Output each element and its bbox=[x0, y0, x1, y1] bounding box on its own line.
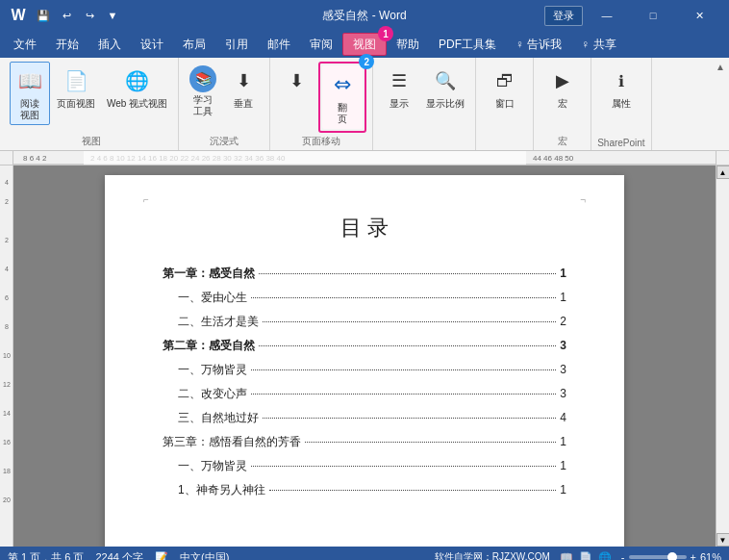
svg-text:6: 6 bbox=[5, 294, 9, 301]
ribbon-btn-vertical[interactable]: ⬇ 垂直 bbox=[223, 62, 264, 114]
page-view-icon: 📄 bbox=[61, 65, 91, 96]
menu-references[interactable]: 引用 bbox=[215, 33, 258, 56]
status-right: 软件自学网：RJZXW.COM 📖 📄 🌐 - + 61% bbox=[435, 548, 721, 560]
language: 中文(中国) bbox=[180, 550, 229, 561]
zoom-slider[interactable] bbox=[629, 555, 687, 559]
menu-tell[interactable]: ♀ 告诉我 bbox=[506, 33, 571, 56]
toc-text-8: 一、万物皆灵 bbox=[178, 458, 247, 474]
collapse-icon[interactable]: ▲ bbox=[716, 62, 725, 72]
menu-pdf[interactable]: PDF工具集 bbox=[429, 33, 506, 56]
toc-item-5: 二、改变心声 3 bbox=[178, 386, 566, 402]
toc-item-2: 二、生活才是美 2 bbox=[178, 314, 566, 330]
view-btn-layout[interactable]: 📄 bbox=[577, 548, 594, 560]
scrollbar-vertical: ▲ ▼ bbox=[716, 165, 729, 547]
view-btn-read[interactable]: 📖 bbox=[558, 548, 575, 560]
ribbon-macro-buttons: ▶ 宏 bbox=[542, 62, 583, 133]
ribbon-group-macro: ▶ 宏 宏 bbox=[534, 58, 591, 150]
ribbon-btn-macro[interactable]: ▶ 宏 bbox=[542, 62, 583, 114]
display-icon: ☰ bbox=[384, 65, 415, 96]
ribbon-btn-display[interactable]: ☰ 显示 bbox=[379, 62, 419, 114]
toc-item-4: 一、万物皆灵 3 bbox=[178, 362, 566, 378]
ribbon-sharepoint-buttons: ℹ 属性 bbox=[601, 62, 641, 136]
toc-dots-4 bbox=[251, 369, 556, 370]
ribbon-btn-properties[interactable]: ℹ 属性 bbox=[601, 62, 641, 114]
toc-dots-6 bbox=[263, 418, 556, 419]
status-left: 第 1 页，共 6 页 2244 个字 📝 中文(中国) bbox=[8, 550, 229, 561]
ribbon-group-view: 📖 阅读视图 📄 页面视图 🌐 Web 视式视图 视图 bbox=[4, 58, 179, 150]
corner-tr: ¬ bbox=[580, 194, 586, 205]
page-title: 目 录 bbox=[163, 214, 566, 242]
scroll-down-button[interactable]: ▼ bbox=[716, 533, 730, 547]
svg-text:8: 8 bbox=[5, 323, 9, 330]
more-btn[interactable]: ▼ bbox=[102, 5, 123, 26]
ribbon-window-buttons: 🗗 窗口 bbox=[485, 62, 525, 146]
ribbon-collapse[interactable]: ▲ bbox=[716, 58, 725, 150]
save-btn[interactable]: 💾 bbox=[33, 5, 54, 26]
menu-layout[interactable]: 布局 bbox=[173, 33, 215, 56]
zoom-minus[interactable]: - bbox=[621, 551, 625, 560]
ribbon-group-view-label: 视图 bbox=[82, 133, 101, 148]
minimize-button[interactable]: — bbox=[585, 0, 629, 31]
web-view-label: Web 视式视图 bbox=[107, 98, 167, 110]
ribbon-group-immersive: 📚 学习工具 ⬇ 垂直 沉浸式 bbox=[179, 58, 270, 150]
maximize-button[interactable]: □ bbox=[631, 0, 675, 31]
toc-dots-0 bbox=[259, 273, 556, 274]
ribbon-btn-zoom[interactable]: 🔍 显示比例 bbox=[421, 62, 469, 114]
ribbon-group-macro-label: 宏 bbox=[558, 133, 567, 148]
properties-label: 属性 bbox=[612, 98, 631, 110]
word-icon: W bbox=[8, 5, 29, 26]
view-buttons: 📖 📄 🌐 bbox=[558, 548, 614, 560]
zoom-thumb[interactable] bbox=[667, 552, 677, 560]
menu-design[interactable]: 设计 bbox=[131, 33, 173, 56]
ribbon-btn-flip[interactable]: ⇔ 翻页 bbox=[322, 65, 363, 129]
toc-item-3: 第二章：感受自然 3 bbox=[163, 338, 566, 354]
ribbon-btn-scroll[interactable]: ⬇ bbox=[276, 62, 316, 102]
zoom-control: - + 61% bbox=[621, 551, 721, 560]
website-info: 软件自学网：RJZXW.COM bbox=[435, 550, 550, 560]
redo-btn[interactable]: ↪ bbox=[79, 5, 100, 26]
view-btn-web[interactable]: 🌐 bbox=[596, 548, 614, 560]
toc-item-1: 一、爱由心生 1 bbox=[178, 290, 566, 306]
svg-text:4: 4 bbox=[5, 266, 9, 272]
svg-text:14: 14 bbox=[3, 410, 11, 417]
window-controls: 登录 — □ ✕ bbox=[544, 0, 721, 31]
toc-dots-9 bbox=[269, 490, 557, 491]
zoom-percent: 61% bbox=[700, 551, 721, 560]
ruler-corner bbox=[0, 151, 13, 165]
document-area: ⌐ ¬ 目 录 第一章：感受自然 1 一、爱由心生 1 二、生活才是美 bbox=[13, 165, 716, 547]
menu-home[interactable]: 开始 bbox=[46, 33, 88, 56]
ribbon-btn-reading-view[interactable]: 📖 阅读视图 bbox=[10, 62, 50, 125]
toc-num-1: 1 bbox=[560, 291, 566, 304]
menu-view[interactable]: 视图 1 bbox=[342, 33, 387, 56]
ribbon-btn-page-view[interactable]: 📄 页面视图 bbox=[52, 62, 100, 114]
ribbon-view-buttons: 📖 阅读视图 📄 页面视图 🌐 Web 视式视图 bbox=[10, 62, 172, 133]
ribbon-btn-web-view[interactable]: 🌐 Web 视式视图 bbox=[102, 62, 172, 114]
menu-review[interactable]: 审阅 bbox=[300, 33, 342, 56]
close-button[interactable]: ✕ bbox=[677, 0, 721, 31]
ribbon-btn-window[interactable]: 🗗 窗口 bbox=[485, 62, 525, 114]
ribbon-btn-learning[interactable]: 📚 学习工具 bbox=[185, 62, 221, 121]
scroll-up-button[interactable]: ▲ bbox=[716, 165, 730, 179]
toc-item-6: 三、自然地过好 4 bbox=[178, 410, 566, 426]
toc-text-2: 二、生活才是美 bbox=[178, 314, 259, 330]
menu-mail[interactable]: 邮件 bbox=[258, 33, 300, 56]
scroll-icon: ⬇ bbox=[281, 65, 312, 96]
menu-file[interactable]: 文件 bbox=[4, 33, 46, 56]
login-button[interactable]: 登录 bbox=[544, 6, 583, 26]
toc-num-5: 3 bbox=[560, 387, 566, 400]
menu-share[interactable]: ♀ 共享 bbox=[571, 33, 625, 56]
toc-item-8: 一、万物皆灵 1 bbox=[178, 458, 566, 474]
zoom-label: 显示比例 bbox=[426, 98, 465, 110]
toc-dots-1 bbox=[251, 297, 556, 298]
reading-view-icon: 📖 bbox=[14, 65, 45, 96]
toc-num-9: 1 bbox=[560, 483, 566, 496]
zoom-plus[interactable]: + bbox=[691, 551, 696, 560]
toc-text-3: 第二章：感受自然 bbox=[163, 338, 255, 354]
undo-btn[interactable]: ↩ bbox=[56, 5, 77, 26]
menu-help[interactable]: 帮助 bbox=[387, 33, 429, 56]
ruler-horizontal: 8 6 4 2 2 4 6 8 10 12 14 16 18 20 22 24 … bbox=[13, 151, 716, 165]
toc-text-1: 一、爱由心生 bbox=[178, 290, 247, 306]
menu-insert[interactable]: 插入 bbox=[88, 33, 131, 56]
svg-text:44 46 48 50: 44 46 48 50 bbox=[533, 154, 574, 163]
toc-num-3: 3 bbox=[560, 339, 566, 352]
